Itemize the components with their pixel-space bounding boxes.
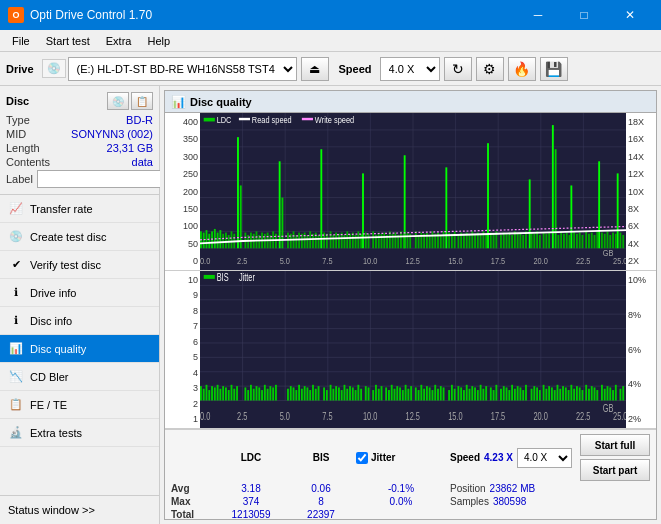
menu-help[interactable]: Help (139, 33, 178, 49)
settings-button[interactable]: ⚙ (476, 57, 504, 81)
svg-rect-265 (394, 389, 396, 401)
status-window-button[interactable]: Status window >> (0, 496, 159, 524)
svg-rect-287 (460, 387, 462, 400)
speed-select-small[interactable]: 4.0 X (517, 448, 572, 468)
sidebar-item-verify-test-disc[interactable]: ✔ Verify test disc (0, 251, 159, 279)
svg-rect-218 (244, 387, 246, 400)
sidebar-item-fe-te[interactable]: 📋 FE / TE (0, 391, 159, 419)
svg-text:22.5: 22.5 (576, 255, 591, 266)
close-button[interactable]: ✕ (607, 0, 653, 30)
svg-rect-297 (490, 387, 492, 400)
menu-start-test[interactable]: Start test (38, 33, 98, 49)
svg-rect-131 (508, 233, 510, 249)
svg-rect-155 (588, 234, 590, 248)
disc-length-label: Length (6, 142, 40, 154)
disc-label-input[interactable] (37, 170, 170, 188)
chart1-main: LDC Read speed Write speed 0.0 2.5 5.0 7… (200, 113, 626, 270)
svg-rect-238 (309, 390, 311, 400)
sidebar-item-extra-tests[interactable]: 🔬 Extra tests (0, 419, 159, 447)
svg-text:7.5: 7.5 (322, 411, 332, 423)
svg-rect-120 (474, 234, 476, 248)
svg-rect-333 (596, 390, 598, 400)
nav-label-transfer-rate: Transfer rate (30, 203, 93, 215)
save-button[interactable]: 💾 (540, 57, 568, 81)
verify-test-disc-icon: ✔ (8, 257, 24, 273)
app-icon: O (8, 7, 24, 23)
position-value: 23862 MB (490, 483, 536, 494)
menu-extra[interactable]: Extra (98, 33, 140, 49)
svg-rect-294 (480, 385, 482, 401)
sidebar-item-cd-bler[interactable]: 📉 CD Bler (0, 363, 159, 391)
disc-length-value: 23,31 GB (107, 142, 153, 154)
sidebar-item-disc-quality[interactable]: 📊 Disc quality (0, 335, 159, 363)
svg-rect-75 (338, 234, 340, 248)
svg-rect-167 (204, 118, 215, 122)
chart2-y-axis-left: 10 9 8 7 6 5 4 3 2 1 (165, 271, 200, 428)
svg-rect-118 (469, 235, 471, 248)
svg-rect-263 (388, 390, 390, 400)
avg-ldc: 3.18 (216, 483, 286, 494)
svg-text:GB: GB (603, 403, 614, 415)
svg-rect-226 (267, 389, 269, 401)
svg-rect-101 (418, 235, 420, 248)
svg-rect-306 (517, 386, 519, 400)
start-part-button[interactable]: Start part (580, 459, 650, 481)
drive-select[interactable]: (E:) HL-DT-ST BD-RE WH16NS58 TST4 (68, 57, 297, 81)
avg-label: Avg (171, 483, 216, 494)
svg-rect-126 (493, 234, 495, 248)
svg-rect-136 (522, 235, 524, 248)
svg-rect-336 (607, 386, 609, 400)
svg-rect-325 (573, 389, 575, 401)
svg-rect-98 (407, 233, 409, 249)
create-test-disc-icon: 💿 (8, 229, 24, 245)
svg-rect-302 (506, 387, 508, 400)
disc-mid-row: MID SONYNN3 (002) (6, 128, 153, 140)
eject-button[interactable]: ⏏ (301, 57, 329, 81)
sidebar-item-drive-info[interactable]: ℹ Drive info (0, 279, 159, 307)
svg-rect-40 (617, 173, 619, 248)
svg-rect-171 (302, 118, 313, 120)
svg-rect-290 (469, 389, 471, 401)
disc-type-value: BD-R (126, 114, 153, 126)
svg-rect-135 (520, 233, 522, 249)
menu-file[interactable]: File (4, 33, 38, 49)
minimize-button[interactable]: ─ (515, 0, 561, 30)
start-full-button[interactable]: Start full (580, 434, 650, 456)
maximize-button[interactable]: □ (561, 0, 607, 30)
svg-rect-320 (559, 389, 561, 401)
svg-rect-259 (375, 385, 377, 401)
jitter-checkbox[interactable] (356, 452, 368, 464)
svg-rect-316 (548, 386, 550, 400)
panel-icon: 📊 (171, 95, 186, 109)
svg-rect-100 (415, 231, 417, 248)
extra-tests-icon: 🔬 (8, 425, 24, 441)
svg-rect-22 (211, 231, 213, 248)
speed-select[interactable]: 4.0 X (380, 57, 440, 81)
nav-label-create-test-disc: Create test disc (30, 231, 106, 243)
title-bar-controls: ─ □ ✕ (515, 0, 653, 30)
svg-text:22.5: 22.5 (576, 411, 590, 423)
disc-contents-row: Contents data (6, 156, 153, 168)
svg-rect-282 (443, 387, 445, 400)
refresh-button[interactable]: ↻ (444, 57, 472, 81)
svg-rect-257 (368, 387, 370, 400)
svg-text:12.5: 12.5 (406, 255, 421, 266)
svg-rect-275 (423, 389, 425, 401)
svg-rect-301 (503, 386, 505, 400)
sidebar-item-transfer-rate[interactable]: 📈 Transfer rate (0, 195, 159, 223)
speed-value: 4.23 X (484, 452, 513, 463)
svg-rect-237 (307, 387, 309, 400)
svg-rect-217 (236, 386, 238, 400)
content-area: 📊 Disc quality 400 350 300 250 200 150 1… (160, 86, 661, 524)
burn-button[interactable]: 🔥 (508, 57, 536, 81)
disc-contents-label: Contents (6, 156, 50, 168)
svg-rect-139 (533, 234, 535, 248)
sidebar-item-create-test-disc[interactable]: 💿 Create test disc (0, 223, 159, 251)
svg-rect-283 (448, 390, 450, 400)
disc-icon-btn-1[interactable]: 💿 (107, 92, 129, 110)
svg-rect-20 (206, 230, 208, 248)
svg-rect-241 (318, 386, 320, 400)
sidebar-item-disc-info[interactable]: ℹ Disc info (0, 307, 159, 335)
disc-icon-btn-2[interactable]: 📋 (131, 92, 153, 110)
svg-rect-291 (471, 386, 473, 400)
